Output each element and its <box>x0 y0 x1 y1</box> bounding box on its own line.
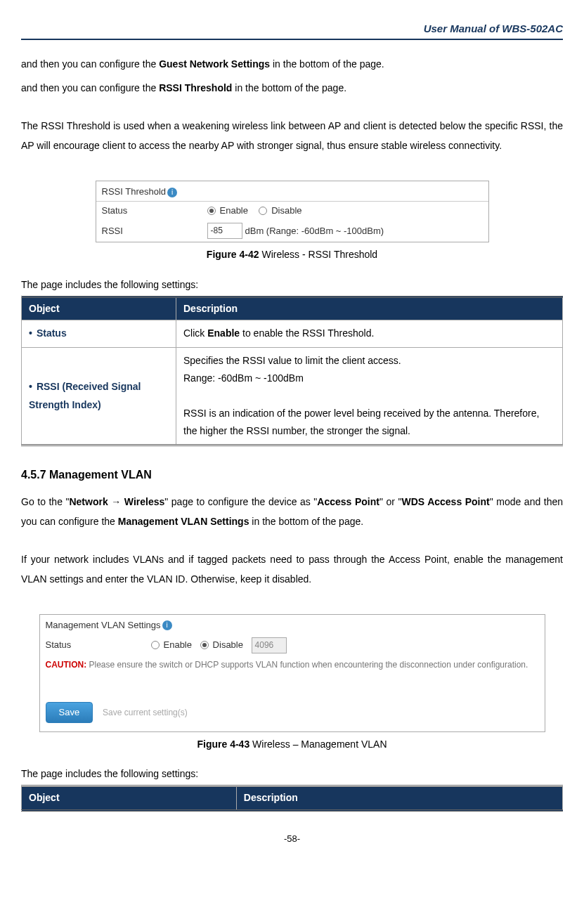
caution-row: CAUTION: Please ensure the switch or DHC… <box>40 656 545 674</box>
row-status: Status Enable Disable 4096 <box>40 635 545 656</box>
text: and then you can configure the <box>21 58 159 70</box>
intro-line-2: and then you can configure the RSSI Thre… <box>21 78 563 98</box>
page-number: -58- <box>21 833 563 845</box>
label-status: Status <box>46 639 151 651</box>
bold: Enable <box>207 327 240 339</box>
radio-disable-label: Disable <box>213 639 243 651</box>
text: Click <box>183 327 207 339</box>
arrow-icon: → <box>111 496 121 507</box>
bold: WDS Access Point <box>401 496 489 507</box>
th-description: Description <box>236 786 562 811</box>
table-header-row: Object Description <box>22 786 563 811</box>
intro-line-1: and then you can configure the Guest Net… <box>21 54 563 74</box>
caption-bold: Figure 4-42 <box>207 249 259 260</box>
bold: Network <box>69 496 111 507</box>
text: " or " <box>379 496 402 507</box>
radio-disable-label: Disable <box>271 204 301 217</box>
page-header: User Manual of WBS-502AC <box>21 21 563 36</box>
radio-enable[interactable] <box>151 641 160 649</box>
bullet-icon: • <box>29 381 32 392</box>
caution-text: Please ensure the switch or DHCP support… <box>89 660 528 670</box>
panel-title: RSSI Thresholdi <box>96 181 488 202</box>
label-rssi: RSSI <box>102 225 207 237</box>
section-457-p2: If your network includes VLANs and if ta… <box>21 549 563 589</box>
bold: Access Point <box>317 496 379 507</box>
panel-title-text: Management VLAN Settings <box>46 620 161 630</box>
text: in the bottom of the page. <box>270 58 384 70</box>
radio-disable[interactable] <box>200 641 209 649</box>
save-row: Save Save current setting(s) <box>40 695 545 731</box>
figure-43-caption: Figure 4-43 Wireless – Management VLAN <box>21 738 563 752</box>
radio-enable[interactable] <box>207 207 216 215</box>
row-status: Status Enable Disable <box>96 202 488 220</box>
cell-desc-status: Click Enable to enable the RSSI Threshol… <box>176 320 563 347</box>
obj-text: Status <box>37 327 67 339</box>
rssi-input[interactable]: -85 <box>207 223 242 239</box>
obj-text: RSSI (Received Signal Strength Index) <box>29 381 141 410</box>
info-icon[interactable]: i <box>162 620 172 630</box>
bold: RSSI Threshold <box>159 82 232 93</box>
table-row: •RSSI (Received Signal Strength Index) S… <box>22 347 563 445</box>
header-rule <box>21 39 563 40</box>
info-icon[interactable]: i <box>167 188 177 197</box>
th-description: Description <box>176 297 563 320</box>
bold: Management VLAN Settings <box>118 516 249 527</box>
save-button[interactable]: Save <box>46 702 93 723</box>
settings-table-1: Object Description •Status Click Enable … <box>21 296 563 447</box>
radio-enable-label: Enable <box>220 204 248 217</box>
text: and then you can configure the <box>21 82 159 93</box>
settings-table-2: Object Description <box>21 785 563 812</box>
label-status: Status <box>102 204 207 217</box>
table-row: •Status Click Enable to enable the RSSI … <box>22 320 563 347</box>
cell-object-status: •Status <box>22 320 176 347</box>
radio-enable-label: Enable <box>164 639 192 651</box>
table-header-row: Object Description <box>22 297 563 320</box>
section-457-heading: 4.5.7 Management VLAN <box>21 467 563 483</box>
caution-label: CAUTION: <box>46 660 87 670</box>
bold: Wireless <box>121 496 164 507</box>
save-hint: Save current setting(s) <box>103 708 188 717</box>
radio-disable[interactable] <box>259 207 267 215</box>
text: " page to configure the device as " <box>164 496 317 507</box>
row-rssi: RSSI -85 dBm (Range: -60dBm ~ -100dBm) <box>96 220 488 242</box>
rssi-hint: dBm (Range: -60dBm ~ -100dBm) <box>245 225 384 237</box>
caption-text: Wireless - RSSI Threshold <box>259 249 378 260</box>
rssi-paragraph: The RSSI Threshold is used when a weaken… <box>21 116 563 155</box>
th-object: Object <box>22 786 237 811</box>
section-457-p1: Go to the "Network → Wireless" page to c… <box>21 492 563 531</box>
panel-title: Management VLAN Settingsi <box>40 615 545 635</box>
text: in the bottom of the page. <box>232 82 346 93</box>
caption-text: Wireless – Management VLAN <box>249 738 387 750</box>
bold: Guest Network Settings <box>159 58 270 70</box>
th-object: Object <box>22 297 176 320</box>
cell-object-rssi: •RSSI (Received Signal Strength Index) <box>22 347 176 445</box>
figure-42-caption: Figure 4-42 Wireless - RSSI Threshold <box>21 248 563 262</box>
text: to enable the RSSI Threshold. <box>240 327 374 339</box>
panel-title-text: RSSI Threshold <box>102 186 167 197</box>
table-intro-2: The page includes the following settings… <box>21 764 563 783</box>
caption-bold: Figure 4-43 <box>197 738 249 750</box>
bullet-icon: • <box>29 327 32 339</box>
table-intro-1: The page includes the following settings… <box>21 275 563 294</box>
vlan-id-input[interactable]: 4096 <box>252 637 287 653</box>
figure-rssi-threshold: RSSI Thresholdi Status Enable Disable RS… <box>96 181 489 242</box>
figure-mgmt-vlan: Management VLAN Settingsi Status Enable … <box>39 614 545 732</box>
text: Go to the " <box>21 496 69 507</box>
text: in the bottom of the page. <box>249 516 363 527</box>
cell-desc-rssi: Specifies the RSSI value to limit the cl… <box>176 347 563 445</box>
